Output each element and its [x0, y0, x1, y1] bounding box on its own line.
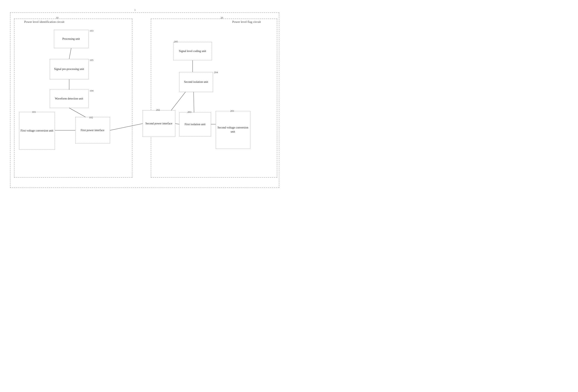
outer-ref-label: 1 — [135, 8, 136, 12]
waveform-detection-unit-block: Waveform detection unit — [50, 89, 89, 108]
right-circuit-box — [151, 19, 277, 178]
second-isolation-unit-block: Second isolation unit — [179, 72, 213, 92]
ref-103: 103 — [90, 29, 94, 32]
first-voltage-conversion-unit-block: First voltage conversion unit — [19, 112, 55, 150]
signal-level-coding-unit-block: Signal level coding unit — [173, 42, 212, 60]
ref-205: 205 — [174, 40, 178, 43]
left-circuit-ref: 10 — [56, 16, 58, 19]
processing-unit-block: Processing unit — [54, 30, 89, 48]
ref-203: 203 — [188, 110, 192, 114]
ref-101: 101 — [32, 110, 36, 114]
second-power-interface-block: Second power interface — [143, 110, 175, 137]
right-circuit-label: Power level flag circuit — [232, 20, 261, 24]
first-power-interface-block: First power interface — [75, 117, 110, 144]
diagram-canvas: 1 10 Power level identification circuit … — [8, 6, 281, 190]
ref-102: 102 — [89, 116, 93, 119]
ref-105: 105 — [90, 58, 94, 62]
left-circuit-label: Power level identification circuit — [24, 20, 64, 24]
ref-104: 104 — [90, 89, 94, 92]
ref-204: 204 — [214, 71, 218, 74]
signal-preprocessing-unit-block: Signal pre-processing unit — [50, 59, 89, 79]
ref-202: 202 — [156, 108, 160, 112]
right-circuit-ref: 20 — [221, 16, 223, 19]
second-voltage-conversion-unit-block: Second voltage conversion unit — [216, 111, 250, 149]
first-isolation-unit-block: First isolation unit — [179, 112, 211, 136]
ref-201: 201 — [230, 109, 235, 113]
